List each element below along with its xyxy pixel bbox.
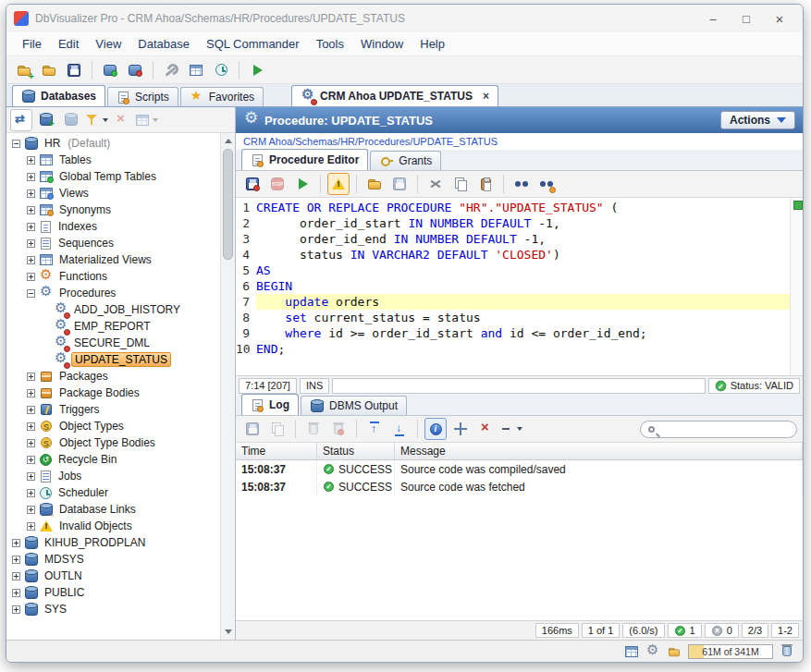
object-tab-grants[interactable]: Grants	[370, 151, 441, 170]
menu-tools[interactable]: Tools	[308, 33, 352, 55]
tree-item-functions[interactable]: Functions	[6, 268, 220, 285]
tree-item-views[interactable]: Views	[6, 185, 220, 202]
breadcrumb[interactable]: CRM Ahoa/Schemas/HR/Procedures/UPDATE_ST…	[236, 133, 803, 150]
show-errors-button[interactable]	[327, 173, 350, 195]
menu-sql-commander[interactable]: SQL Commander	[198, 33, 308, 55]
tree-item-sequences[interactable]: Sequences	[6, 235, 220, 251]
memory-indicator[interactable]: 61M of 341M	[688, 644, 773, 659]
tree-item-procedures[interactable]: Procedures	[6, 285, 220, 301]
expand-icon[interactable]	[27, 256, 35, 264]
expand-icon[interactable]	[12, 572, 20, 580]
tree-item-global-temp-tables[interactable]: Global Temp Tables	[6, 168, 220, 185]
copy-log-button[interactable]	[266, 418, 289, 440]
expand-icon[interactable]	[12, 605, 20, 614]
expand-icon[interactable]	[27, 173, 35, 181]
garbage-collect-icon[interactable]	[782, 646, 792, 656]
driver-manager-button[interactable]	[160, 59, 182, 81]
workspace-tab-databases[interactable]: Databases	[12, 85, 105, 106]
tree-item-invalid-objects[interactable]: Invalid Objects	[6, 518, 220, 534]
scroll-to-top-button[interactable]	[363, 418, 386, 440]
stop-execution-button[interactable]	[266, 173, 289, 195]
more-options-button[interactable]	[499, 418, 522, 440]
scroll-up-icon[interactable]	[223, 136, 233, 146]
code-editor[interactable]: 1CREATE OR REPLACE PROCEDURE "HR"."UPDAT…	[236, 198, 790, 375]
collapse-icon[interactable]	[27, 289, 35, 298]
cut-button[interactable]	[424, 173, 447, 195]
expand-icon[interactable]	[12, 556, 20, 564]
tree-item-emp-report[interactable]: EMP_REPORT	[6, 318, 220, 335]
expand-icon[interactable]	[27, 472, 35, 481]
new-sql-commander-button[interactable]	[246, 59, 268, 81]
execute-button[interactable]	[291, 173, 313, 195]
document-tab-crm-ahoa-update-status[interactable]: CRM Ahoa UPDATE_STATUS×	[291, 85, 498, 106]
tree-item-materialized-views[interactable]: Materialized Views	[6, 251, 220, 268]
expand-icon[interactable]	[27, 489, 35, 497]
minimize-button[interactable]: –	[697, 7, 729, 30]
menu-window[interactable]: Window	[352, 33, 412, 55]
expand-icon[interactable]	[27, 239, 35, 248]
task-monitor-button[interactable]	[210, 59, 232, 81]
disconnect-button[interactable]	[124, 59, 146, 81]
actions-button[interactable]: Actions	[720, 111, 795, 129]
tree-item-object-types[interactable]: Object Types	[6, 418, 220, 434]
menu-file[interactable]: File	[14, 33, 50, 55]
connections-status-icon[interactable]	[625, 646, 638, 657]
save-file-button[interactable]	[63, 59, 85, 81]
expand-icon[interactable]	[27, 506, 35, 514]
expand-icon[interactable]	[27, 189, 35, 198]
connect-button[interactable]	[99, 59, 121, 81]
disconnect-tree-button[interactable]	[110, 109, 132, 131]
tree-item-sys[interactable]: SYS	[6, 601, 220, 617]
tree-item-recycle-bin[interactable]: Recycle Bin	[6, 451, 220, 468]
scroll-down-icon[interactable]	[223, 627, 233, 637]
expand-icon[interactable]	[12, 589, 20, 597]
expand-icon[interactable]	[27, 422, 35, 431]
close-tab-icon[interactable]: ×	[483, 90, 489, 103]
tree-item-add-job-history[interactable]: ADD_JOB_HISTORY	[6, 301, 220, 318]
log-tab-dbms-output[interactable]: DBMS Output	[301, 396, 407, 415]
duplicate-connection-button[interactable]	[60, 109, 82, 131]
scroll-to-bottom-button[interactable]	[388, 418, 411, 440]
column-header-status[interactable]: Status	[317, 443, 395, 459]
refresh-objects-button[interactable]	[10, 109, 32, 131]
filter-objects-button[interactable]	[85, 109, 107, 131]
column-header-message[interactable]: Message	[395, 443, 803, 459]
tree-item-secure-dml[interactable]: SECURE_DML	[6, 335, 220, 351]
find-button[interactable]	[510, 173, 533, 195]
expand-icon[interactable]	[27, 439, 35, 447]
tree-item-public[interactable]: PUBLIC	[6, 584, 220, 601]
view-options-button[interactable]	[135, 109, 157, 131]
tree-scrollbar[interactable]	[220, 133, 235, 640]
save-procedure-button[interactable]	[241, 173, 264, 195]
tree-item-mdsys[interactable]: MDSYS	[6, 551, 220, 568]
tree-item-update-status[interactable]: UPDATE_STATUS	[6, 351, 220, 368]
tree-item-synonyms[interactable]: Synonyms	[6, 202, 220, 218]
expand-icon[interactable]	[27, 206, 35, 214]
menu-help[interactable]: Help	[412, 33, 453, 55]
log-tab-log[interactable]: Log	[241, 394, 299, 415]
tree-item-object-type-bodies[interactable]: Object Type Bodies	[6, 434, 220, 451]
log-row[interactable]: 15:08:37SUCCESSSource code was compiled/…	[236, 460, 803, 478]
tree-item-kihub-prodplan[interactable]: KIHUB_PRODPLAN	[6, 534, 220, 551]
menu-view[interactable]: View	[87, 33, 129, 55]
create-connection-button[interactable]	[35, 109, 57, 131]
maximize-button[interactable]: □	[731, 7, 762, 30]
collapse-icon[interactable]	[12, 140, 20, 148]
expand-icon[interactable]	[27, 406, 35, 414]
tree-item-jobs[interactable]: Jobs	[6, 468, 220, 484]
expand-icon[interactable]	[27, 223, 35, 231]
tree-item-packages[interactable]: Packages	[6, 368, 220, 385]
tree-item-scheduler[interactable]: Scheduler	[6, 484, 220, 501]
new-bookmark-button[interactable]	[13, 59, 35, 81]
clear-log-button[interactable]	[327, 418, 350, 440]
expand-icon[interactable]	[27, 156, 35, 165]
find-replace-button[interactable]	[535, 173, 558, 195]
settings-status-icon[interactable]	[645, 644, 660, 659]
remove-filter-button[interactable]	[474, 418, 497, 440]
tree-item-hr[interactable]: HR(Default)	[6, 135, 220, 152]
workspace-tab-favorites[interactable]: Favorites	[180, 87, 264, 106]
expand-icon[interactable]	[12, 539, 20, 547]
fit-columns-button[interactable]	[449, 418, 472, 440]
tree-item-tables[interactable]: Tables	[6, 152, 220, 168]
close-button[interactable]: ×	[764, 7, 795, 30]
